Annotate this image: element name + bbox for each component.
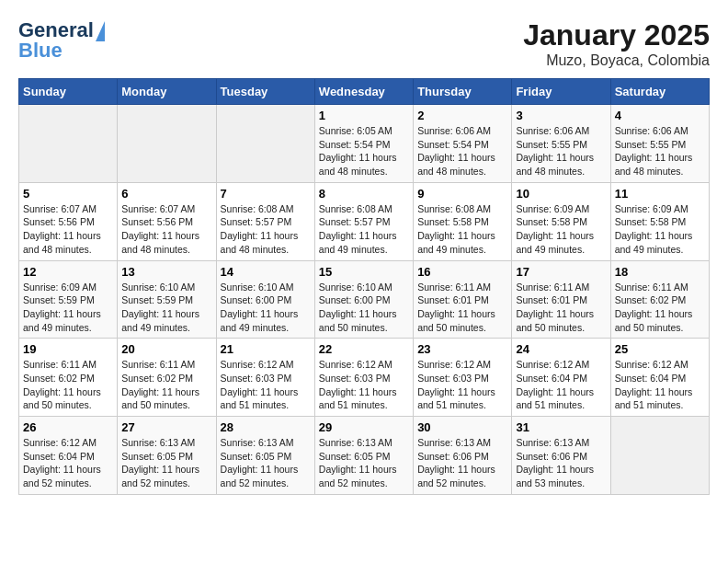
day-number: 7 bbox=[221, 187, 311, 201]
calendar-cell: 27Sunrise: 6:13 AM Sunset: 6:05 PM Dayli… bbox=[118, 417, 216, 495]
day-number: 19 bbox=[23, 342, 113, 356]
day-number: 20 bbox=[121, 342, 211, 356]
day-info: Sunrise: 6:12 AM Sunset: 6:03 PM Dayligh… bbox=[221, 358, 311, 412]
day-number: 14 bbox=[221, 265, 311, 279]
weekday-header: Sunday bbox=[19, 79, 118, 105]
calendar-cell: 25Sunrise: 6:12 AM Sunset: 6:04 PM Dayli… bbox=[610, 339, 709, 417]
calendar-cell bbox=[19, 105, 118, 183]
day-info: Sunrise: 6:09 AM Sunset: 5:59 PM Dayligh… bbox=[23, 281, 113, 335]
day-info: Sunrise: 6:13 AM Sunset: 6:05 PM Dayligh… bbox=[319, 436, 409, 490]
day-info: Sunrise: 6:12 AM Sunset: 6:04 PM Dayligh… bbox=[615, 358, 705, 412]
calendar-cell: 14Sunrise: 6:10 AM Sunset: 6:00 PM Dayli… bbox=[216, 260, 314, 339]
day-info: Sunrise: 6:12 AM Sunset: 6:04 PM Dayligh… bbox=[516, 358, 606, 412]
weekday-header: Wednesday bbox=[314, 79, 413, 105]
day-number: 30 bbox=[417, 420, 507, 434]
day-number: 28 bbox=[221, 420, 311, 434]
day-number: 6 bbox=[121, 187, 211, 201]
calendar-week-row: 1Sunrise: 6:05 AM Sunset: 5:54 PM Daylig… bbox=[19, 105, 710, 183]
weekday-header: Thursday bbox=[414, 79, 512, 105]
day-info: Sunrise: 6:05 AM Sunset: 5:54 PM Dayligh… bbox=[319, 124, 409, 178]
page-title: January 2025 bbox=[523, 18, 710, 52]
day-info: Sunrise: 6:11 AM Sunset: 6:02 PM Dayligh… bbox=[23, 358, 113, 412]
day-number: 24 bbox=[516, 342, 606, 356]
page-header: General Blue January 2025 Muzo, Boyaca, … bbox=[18, 18, 710, 69]
day-number: 22 bbox=[319, 342, 409, 356]
weekday-header: Monday bbox=[118, 79, 216, 105]
day-number: 1 bbox=[319, 109, 409, 122]
title-block: January 2025 Muzo, Boyaca, Colombia bbox=[523, 18, 710, 69]
calendar-cell: 9Sunrise: 6:08 AM Sunset: 5:58 PM Daylig… bbox=[414, 182, 512, 260]
day-number: 13 bbox=[121, 265, 211, 279]
day-info: Sunrise: 6:06 AM Sunset: 5:54 PM Dayligh… bbox=[417, 124, 507, 178]
day-info: Sunrise: 6:12 AM Sunset: 6:03 PM Dayligh… bbox=[319, 358, 409, 412]
day-number: 9 bbox=[417, 187, 507, 201]
day-info: Sunrise: 6:08 AM Sunset: 5:57 PM Dayligh… bbox=[221, 202, 311, 257]
calendar-cell: 5Sunrise: 6:07 AM Sunset: 5:56 PM Daylig… bbox=[19, 182, 118, 260]
calendar-cell: 11Sunrise: 6:09 AM Sunset: 5:58 PM Dayli… bbox=[610, 182, 709, 260]
calendar-cell: 31Sunrise: 6:13 AM Sunset: 6:06 PM Dayli… bbox=[512, 417, 610, 495]
day-number: 5 bbox=[23, 187, 113, 201]
day-info: Sunrise: 6:12 AM Sunset: 6:04 PM Dayligh… bbox=[23, 436, 113, 490]
weekday-header: Saturday bbox=[610, 79, 709, 105]
day-number: 18 bbox=[615, 265, 705, 279]
calendar-cell: 23Sunrise: 6:12 AM Sunset: 6:03 PM Dayli… bbox=[414, 339, 512, 417]
calendar-cell: 26Sunrise: 6:12 AM Sunset: 6:04 PM Dayli… bbox=[19, 417, 118, 495]
day-number: 21 bbox=[221, 342, 311, 356]
day-info: Sunrise: 6:07 AM Sunset: 5:56 PM Dayligh… bbox=[23, 202, 113, 257]
calendar-cell: 3Sunrise: 6:06 AM Sunset: 5:55 PM Daylig… bbox=[512, 105, 610, 183]
calendar-cell: 22Sunrise: 6:12 AM Sunset: 6:03 PM Dayli… bbox=[314, 339, 413, 417]
calendar-cell: 1Sunrise: 6:05 AM Sunset: 5:54 PM Daylig… bbox=[314, 105, 413, 183]
calendar-cell: 29Sunrise: 6:13 AM Sunset: 6:05 PM Dayli… bbox=[314, 417, 413, 495]
calendar-cell: 10Sunrise: 6:09 AM Sunset: 5:58 PM Dayli… bbox=[512, 182, 610, 260]
calendar-cell: 17Sunrise: 6:11 AM Sunset: 6:01 PM Dayli… bbox=[512, 260, 610, 339]
calendar-cell bbox=[118, 105, 216, 183]
calendar-cell: 13Sunrise: 6:10 AM Sunset: 5:59 PM Dayli… bbox=[118, 260, 216, 339]
page-subtitle: Muzo, Boyaca, Colombia bbox=[523, 52, 710, 69]
weekday-header: Friday bbox=[512, 79, 610, 105]
day-info: Sunrise: 6:11 AM Sunset: 6:02 PM Dayligh… bbox=[615, 281, 705, 335]
calendar-cell: 6Sunrise: 6:07 AM Sunset: 5:56 PM Daylig… bbox=[118, 182, 216, 260]
calendar-week-row: 19Sunrise: 6:11 AM Sunset: 6:02 PM Dayli… bbox=[19, 339, 710, 417]
day-number: 31 bbox=[516, 420, 606, 434]
day-info: Sunrise: 6:13 AM Sunset: 6:06 PM Dayligh… bbox=[516, 436, 606, 490]
day-info: Sunrise: 6:13 AM Sunset: 6:05 PM Dayligh… bbox=[221, 436, 311, 490]
calendar-week-row: 26Sunrise: 6:12 AM Sunset: 6:04 PM Dayli… bbox=[19, 417, 710, 495]
day-number: 16 bbox=[417, 265, 507, 279]
day-info: Sunrise: 6:13 AM Sunset: 6:05 PM Dayligh… bbox=[121, 436, 211, 490]
day-number: 26 bbox=[23, 420, 113, 434]
day-info: Sunrise: 6:06 AM Sunset: 5:55 PM Dayligh… bbox=[516, 124, 606, 178]
day-info: Sunrise: 6:12 AM Sunset: 6:03 PM Dayligh… bbox=[417, 358, 507, 412]
calendar-week-row: 12Sunrise: 6:09 AM Sunset: 5:59 PM Dayli… bbox=[19, 260, 710, 339]
day-info: Sunrise: 6:10 AM Sunset: 6:00 PM Dayligh… bbox=[319, 281, 409, 335]
day-number: 25 bbox=[615, 342, 705, 356]
calendar-cell: 19Sunrise: 6:11 AM Sunset: 6:02 PM Dayli… bbox=[19, 339, 118, 417]
calendar-week-row: 5Sunrise: 6:07 AM Sunset: 5:56 PM Daylig… bbox=[19, 182, 710, 260]
day-info: Sunrise: 6:11 AM Sunset: 6:01 PM Dayligh… bbox=[516, 281, 606, 335]
day-number: 10 bbox=[516, 187, 606, 201]
calendar-cell: 20Sunrise: 6:11 AM Sunset: 6:02 PM Dayli… bbox=[118, 339, 216, 417]
day-info: Sunrise: 6:06 AM Sunset: 5:55 PM Dayligh… bbox=[615, 124, 705, 178]
day-info: Sunrise: 6:09 AM Sunset: 5:58 PM Dayligh… bbox=[516, 202, 606, 257]
logo-blue: Blue bbox=[18, 39, 63, 63]
calendar-cell: 30Sunrise: 6:13 AM Sunset: 6:06 PM Dayli… bbox=[414, 417, 512, 495]
day-number: 8 bbox=[319, 187, 409, 201]
day-number: 11 bbox=[615, 187, 705, 201]
day-number: 12 bbox=[23, 265, 113, 279]
day-info: Sunrise: 6:07 AM Sunset: 5:56 PM Dayligh… bbox=[121, 202, 211, 257]
calendar-cell bbox=[216, 105, 314, 183]
day-info: Sunrise: 6:09 AM Sunset: 5:58 PM Dayligh… bbox=[615, 202, 705, 257]
calendar-cell bbox=[610, 417, 709, 495]
calendar-cell: 4Sunrise: 6:06 AM Sunset: 5:55 PM Daylig… bbox=[610, 105, 709, 183]
calendar-table: SundayMondayTuesdayWednesdayThursdayFrid… bbox=[18, 78, 710, 495]
calendar-cell: 12Sunrise: 6:09 AM Sunset: 5:59 PM Dayli… bbox=[19, 260, 118, 339]
day-number: 17 bbox=[516, 265, 606, 279]
day-number: 3 bbox=[516, 109, 606, 122]
day-info: Sunrise: 6:13 AM Sunset: 6:06 PM Dayligh… bbox=[417, 436, 507, 490]
day-info: Sunrise: 6:11 AM Sunset: 6:01 PM Dayligh… bbox=[417, 281, 507, 335]
day-number: 2 bbox=[417, 109, 507, 122]
day-info: Sunrise: 6:08 AM Sunset: 5:58 PM Dayligh… bbox=[417, 202, 507, 257]
calendar-cell: 15Sunrise: 6:10 AM Sunset: 6:00 PM Dayli… bbox=[314, 260, 413, 339]
calendar-cell: 24Sunrise: 6:12 AM Sunset: 6:04 PM Dayli… bbox=[512, 339, 610, 417]
day-number: 15 bbox=[319, 265, 409, 279]
logo: General Blue bbox=[18, 18, 96, 63]
